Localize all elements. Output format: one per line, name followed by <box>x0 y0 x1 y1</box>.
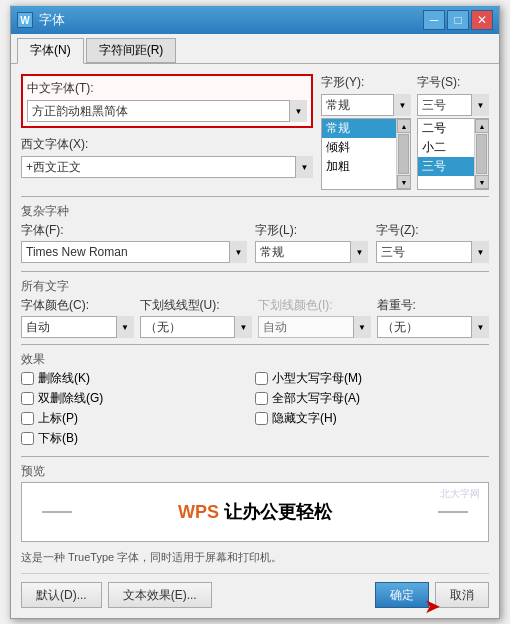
preview-box: WPS 让办公更轻松 北大字网 <box>21 482 489 542</box>
scroll-down[interactable]: ▼ <box>397 175 411 189</box>
subscript-label: 下标(B) <box>38 430 78 447</box>
divider-1 <box>21 196 489 197</box>
underline-type-label: 下划线线型(U): <box>140 297 253 314</box>
small-caps-checkbox[interactable] <box>255 372 268 385</box>
hidden-checkbox[interactable] <box>255 412 268 425</box>
complex-size-group: 字号(Z): 三号 ▼ <box>376 222 489 263</box>
font-style-input-wrapper: 常规 ▼ <box>321 94 411 116</box>
effects-grid: 删除线(K) 双删除线(G) 上标(P) 下标(B) <box>21 370 489 450</box>
font-color-select[interactable]: 自动 <box>21 316 134 338</box>
font-style-panel: 字形(Y): 常规 ▼ 常规 倾斜 加粗 <box>321 74 411 190</box>
font-size-panel: 字号(S): 三号 ▼ 二号 小二 三号 <box>417 74 489 190</box>
title-bar: W 字体 ─ □ ✕ <box>11 6 499 34</box>
scroll-up[interactable]: ▲ <box>397 119 411 133</box>
effects-col-left: 删除线(K) 双删除线(G) 上标(P) 下标(B) <box>21 370 255 450</box>
font-style-list-inner: 常规 倾斜 加粗 <box>322 119 396 189</box>
west-font-select-wrapper: +西文正文 ▼ <box>21 156 313 178</box>
text-effects-button[interactable]: 文本效果(E)... <box>108 582 212 608</box>
all-caps-label: 全部大写字母(A) <box>272 390 360 407</box>
underline-color-group: 下划线颜色(I): 自动 ▼ <box>258 297 371 338</box>
cancel-button[interactable]: 取消 <box>435 582 489 608</box>
complex-font-group: 字体(F): Times New Roman ▼ <box>21 222 247 263</box>
all-text-section: 所有文字 字体颜色(C): 自动 ▼ 下划线线型(U): （无） <box>21 278 489 338</box>
strikethrough-checkbox[interactable] <box>21 372 34 385</box>
effect-small-caps: 小型大写字母(M) <box>255 370 489 387</box>
subscript-checkbox[interactable] <box>21 432 34 445</box>
tab-font[interactable]: 字体(N) <box>17 38 84 64</box>
double-strikethrough-checkbox[interactable] <box>21 392 34 405</box>
complex-size-select[interactable]: 三号 <box>376 241 489 263</box>
complex-style-select[interactable]: 常规 <box>255 241 368 263</box>
minimize-button[interactable]: ─ <box>423 10 445 30</box>
preview-rest: 让办公更轻松 <box>224 502 332 522</box>
tab-character-spacing[interactable]: 字符间距(R) <box>86 38 177 63</box>
size-three[interactable]: 三号 <box>418 157 474 176</box>
hidden-label: 隐藏文字(H) <box>272 410 337 427</box>
superscript-label: 上标(P) <box>38 410 78 427</box>
font-color-group: 字体颜色(C): 自动 ▼ <box>21 297 134 338</box>
close-button[interactable]: ✕ <box>471 10 493 30</box>
watermark: 北大字网 <box>440 487 480 501</box>
font-style-list[interactable]: 常规 倾斜 加粗 ▲ ▼ <box>321 118 411 190</box>
chinese-font-label: 中文字体(T): <box>27 80 307 97</box>
effect-subscript: 下标(B) <box>21 430 255 447</box>
chinese-font-select-wrapper: 方正韵动粗黑简体 ▼ <box>27 100 307 122</box>
font-size-label: 字号(S): <box>417 74 489 91</box>
size-scroll-up[interactable]: ▲ <box>475 119 489 133</box>
preview-label: 预览 <box>21 463 489 480</box>
size-two[interactable]: 二号 <box>418 119 474 138</box>
preview-section: 预览 WPS 让办公更轻松 北大字网 <box>21 463 489 542</box>
superscript-checkbox[interactable] <box>21 412 34 425</box>
font-style-input[interactable]: 常规 <box>321 94 411 116</box>
size-scroll-down[interactable]: ▼ <box>475 175 489 189</box>
effect-strikethrough: 删除线(K) <box>21 370 255 387</box>
ok-button-wrapper: 确定 ➤ <box>375 582 429 608</box>
chinese-font-select[interactable]: 方正韵动粗黑简体 <box>27 100 307 122</box>
effect-hidden: 隐藏文字(H) <box>255 410 489 427</box>
style-regular[interactable]: 常规 <box>322 119 396 138</box>
style-bold[interactable]: 加粗 <box>322 157 396 176</box>
font-size-list[interactable]: 二号 小二 三号 ▲ ▼ <box>417 118 489 190</box>
preview-right-border <box>438 512 468 513</box>
complex-script-section: 复杂字种 字体(F): Times New Roman ▼ 字形(L): <box>21 203 489 263</box>
complex-font-label: 字体(F): <box>21 222 247 239</box>
style-italic[interactable]: 倾斜 <box>322 138 396 157</box>
preview-wps: WPS <box>178 502 219 522</box>
font-size-input[interactable]: 三号 <box>417 94 489 116</box>
divider-4 <box>21 456 489 457</box>
divider-2 <box>21 271 489 272</box>
font-size-scrollbar[interactable]: ▲ ▼ <box>474 119 488 189</box>
divider-3 <box>21 344 489 345</box>
complex-script-row: 字体(F): Times New Roman ▼ 字形(L): 常规 <box>21 222 489 263</box>
chinese-font-section: 中文字体(T): 方正韵动粗黑简体 ▼ <box>21 74 313 128</box>
underline-color-select[interactable]: 自动 <box>258 316 371 338</box>
emphasis-select[interactable]: （无） <box>377 316 490 338</box>
right-font-panel: 字形(Y): 常规 ▼ 常规 倾斜 加粗 <box>321 74 489 190</box>
complex-style-group: 字形(L): 常规 ▼ <box>255 222 368 263</box>
maximize-button[interactable]: □ <box>447 10 469 30</box>
font-style-scrollbar[interactable]: ▲ ▼ <box>396 119 410 189</box>
effects-section: 效果 删除线(K) 双删除线(G) 上标(P) <box>21 351 489 450</box>
size-small-two[interactable]: 小二 <box>418 138 474 157</box>
complex-font-select[interactable]: Times New Roman <box>21 241 247 263</box>
west-font-label: 西文字体(X): <box>21 136 313 153</box>
west-font-select[interactable]: +西文正文 <box>21 156 313 178</box>
font-size-list-inner: 二号 小二 三号 <box>418 119 474 189</box>
ok-button[interactable]: 确定 <box>375 582 429 608</box>
underline-color-label: 下划线颜色(I): <box>258 297 371 314</box>
underline-color-select-wrapper: 自动 ▼ <box>258 316 371 338</box>
all-text-label: 所有文字 <box>21 278 489 295</box>
complex-size-label: 字号(Z): <box>376 222 489 239</box>
complex-script-label: 复杂字种 <box>21 203 489 220</box>
all-caps-checkbox[interactable] <box>255 392 268 405</box>
west-font-section: 西文字体(X): +西文正文 ▼ <box>21 136 313 178</box>
size-scroll-thumb <box>476 134 487 174</box>
emphasis-select-wrapper: （无） ▼ <box>377 316 490 338</box>
underline-type-select[interactable]: （无） <box>140 316 253 338</box>
default-button[interactable]: 默认(D)... <box>21 582 102 608</box>
window-title: 字体 <box>39 11 65 29</box>
scroll-thumb <box>398 134 409 174</box>
window-icon: W <box>17 12 33 28</box>
font-dialog: W 字体 ─ □ ✕ 字体(N) 字符间距(R) 中文字体(T): <box>10 5 500 619</box>
font-color-select-wrapper: 自动 ▼ <box>21 316 134 338</box>
